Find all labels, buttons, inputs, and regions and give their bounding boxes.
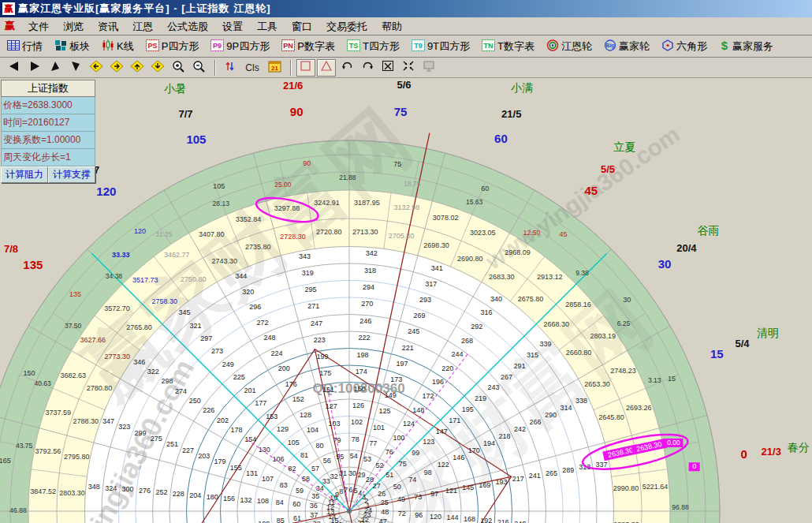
gann-wheel-svg: 赢家财富网赢家财富网www.yingjia360.comwww.yingjia3… xyxy=(0,78,812,523)
wheel-number: 3 xyxy=(362,493,366,501)
diamond-right-button[interactable] xyxy=(107,59,126,77)
inner-price: 2765.80 xyxy=(126,323,152,331)
percent-label: 31.25 xyxy=(155,230,173,238)
box-p9-icon: P9 xyxy=(210,39,226,54)
inner-price: 2780.80 xyxy=(87,384,113,392)
wheel-number: 292 xyxy=(471,323,482,331)
wheel-number: 124 xyxy=(403,420,415,428)
toolbar-button-P四方形[interactable]: PSP四方形 xyxy=(143,38,202,55)
wheel-number: 337 xyxy=(596,461,608,469)
main-toolbar: 行情板块K线PSP四方形P99P四方形PNP数字表TST四方形T99T四方形TN… xyxy=(0,35,812,58)
percent-label: 12.50 xyxy=(523,229,541,237)
svg-text:Big: Big xyxy=(605,43,614,49)
degree-label: 60 xyxy=(481,185,489,192)
wheel-number: 156 xyxy=(223,495,235,502)
toolbar-button-江恩轮[interactable]: 江恩轮 xyxy=(544,38,594,55)
wheel-number: 55 xyxy=(336,453,344,461)
menu-item-交易委托[interactable]: 交易委托 xyxy=(319,19,374,34)
triangle-tool-button[interactable] xyxy=(317,59,336,77)
calendar-button[interactable]: 21 xyxy=(265,59,284,77)
panel-button-计算阻力[interactable]: 计算阻力 xyxy=(1,166,48,183)
date-label: 21/5 xyxy=(501,108,521,120)
wheel-number: 204 xyxy=(189,491,201,499)
nav-up-button[interactable] xyxy=(46,59,65,77)
zoom-in-button[interactable] xyxy=(169,59,188,77)
menu-bar: 赢 文件浏览资讯江恩公式选股设置工具窗口交易委托帮助 xyxy=(0,17,812,35)
toolbar-button-K线[interactable]: K线 xyxy=(99,38,136,55)
diamond-up-button[interactable] xyxy=(128,59,147,77)
inner-price: 2795.80 xyxy=(64,453,90,461)
rotate-ccw-button[interactable] xyxy=(337,59,356,77)
calendar-icon: 21 xyxy=(268,60,281,76)
degree-label: 45 xyxy=(559,230,567,238)
toolbar-button-T数字表[interactable]: TNT数字表 xyxy=(479,38,537,55)
wheel-number: 101 xyxy=(373,424,385,431)
wheel-number: 126 xyxy=(352,402,364,409)
screen-button[interactable] xyxy=(419,59,438,77)
zoom-in-icon xyxy=(172,60,185,76)
wheel-number: 49 xyxy=(397,495,405,503)
menu-item-浏览[interactable]: 浏览 xyxy=(56,19,91,34)
wheel-number: 60 xyxy=(292,500,300,508)
screen-icon xyxy=(423,60,435,75)
wheel-number: 106 xyxy=(272,455,284,463)
outer-price: 3462.77 xyxy=(164,251,190,259)
panel-button-计算支撑[interactable]: 计算支撑 xyxy=(48,166,95,183)
outer-price: 3792.56 xyxy=(35,447,61,455)
wheel-number: 248 xyxy=(263,334,275,342)
outer-price: 3737.59 xyxy=(45,409,71,417)
toolbar-button-9T四方形[interactable]: T99T四方形 xyxy=(409,38,472,55)
menu-item-文件[interactable]: 文件 xyxy=(21,19,56,34)
inner-price: 2713.30 xyxy=(352,228,378,236)
box-ps-icon: PS xyxy=(146,39,162,54)
toolbar-button-9P四方形[interactable]: P99P四方形 xyxy=(208,38,272,55)
outer-price: 2748.23 xyxy=(610,367,636,375)
wheel-number: 293 xyxy=(419,296,431,304)
outer-price: 3352.84 xyxy=(236,215,262,223)
wheel-number: 222 xyxy=(358,334,370,342)
wheel-number: 245 xyxy=(408,327,419,335)
toolbar-button-板块[interactable]: 板块 xyxy=(52,38,92,55)
diamond-left-button[interactable] xyxy=(87,59,106,77)
menu-item-窗口[interactable]: 窗口 xyxy=(285,19,319,34)
wheel-number: 146 xyxy=(453,454,464,461)
wheel-number: 180 xyxy=(207,493,218,501)
wheel-number: 174 xyxy=(356,368,367,375)
nav-left-button[interactable] xyxy=(5,59,24,77)
wheel-number: 75 xyxy=(399,460,407,468)
zoom-out-button[interactable] xyxy=(189,59,208,77)
wheel-number: 317 xyxy=(425,280,437,288)
inner-price: 2705.80 xyxy=(389,232,415,240)
toolbar-separator xyxy=(214,60,216,76)
toolbar-button-T四方形[interactable]: TST四方形 xyxy=(345,38,402,55)
xbox-button[interactable] xyxy=(378,59,397,77)
wheel-number: 78 xyxy=(352,435,359,443)
cls-icon: Cls xyxy=(245,62,259,73)
diamond-down-button[interactable] xyxy=(148,59,167,77)
wheel-number: 276 xyxy=(139,487,151,495)
rotate-cw-button[interactable] xyxy=(358,59,377,77)
candles-icon xyxy=(102,39,117,54)
toolbar-button-赢家轮[interactable]: Big赢家轮 xyxy=(602,38,652,55)
center-button[interactable] xyxy=(399,59,418,77)
toolbar-button-六角形[interactable]: 六角形 xyxy=(659,38,710,55)
percent-label: 37.50 xyxy=(65,322,82,330)
percent-label: 18.75 xyxy=(404,180,421,188)
menu-item-设置[interactable]: 设置 xyxy=(215,19,250,34)
nav-down-button[interactable] xyxy=(66,59,85,77)
menu-item-帮助[interactable]: 帮助 xyxy=(374,19,409,34)
square-tool-button[interactable] xyxy=(296,59,315,77)
menu-item-公式选股[interactable]: 公式选股 xyxy=(160,19,215,34)
menu-item-工具[interactable]: 工具 xyxy=(250,19,285,34)
toolbar-button-行情[interactable]: 行情 xyxy=(5,38,45,55)
outer-price: 2693.26 xyxy=(626,404,652,412)
nav-right-button[interactable] xyxy=(25,59,44,77)
cls-button[interactable]: Cls xyxy=(241,59,263,77)
toolbar-button-赢家服务[interactable]: $赢家服务 xyxy=(717,38,776,55)
toolbar-button-P数字表[interactable]: PNP数字表 xyxy=(279,38,337,55)
flip-axis-button[interactable] xyxy=(221,59,240,77)
wheel-number: 269 xyxy=(414,312,426,319)
menu-item-江恩[interactable]: 江恩 xyxy=(125,19,160,34)
toolbar-label: P数字表 xyxy=(297,39,335,54)
menu-item-资讯[interactable]: 资讯 xyxy=(91,19,125,34)
